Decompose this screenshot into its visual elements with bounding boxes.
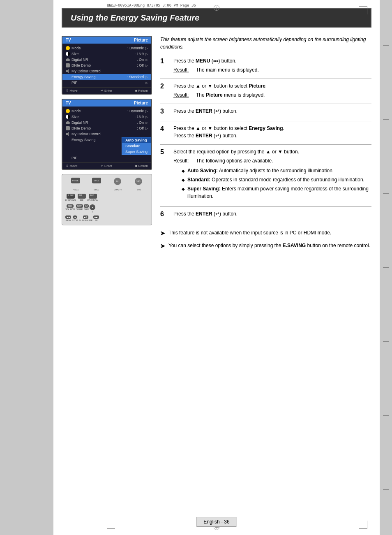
- step-2-result-label: Result:: [173, 91, 196, 99]
- step-3-content: Press the ENTER (↵) button.: [173, 107, 371, 115]
- tv-label-1: TV: [66, 38, 71, 42]
- intro-text: This feature adjusts the screen brightne…: [160, 36, 371, 51]
- remote-dual: I-II: [107, 178, 127, 185]
- right-margin: [380, 0, 392, 535]
- tv-label-2: TV: [66, 101, 71, 105]
- tv-menu-1-row-size: Size : 16:9 ▷: [62, 51, 151, 57]
- tv-menu-2-footer: ⇕ Move ↵ Enter ■ Return: [62, 162, 151, 169]
- remote-source: SRC SOURCE: [65, 204, 75, 213]
- divider-3: [160, 121, 371, 121]
- remote-btn-dual[interactable]: I-II: [114, 178, 121, 185]
- bullet-standard: ◆ Standard: Operates in standard mode re…: [182, 176, 371, 183]
- remote-size: SZ SIZE: [84, 204, 89, 213]
- page-title: Using the Energy Saving Feature: [71, 13, 362, 23]
- diamond-icon-1: ◆: [182, 168, 185, 174]
- step-5-bullets: ◆ Auto Saving: Automatically adjusts to …: [182, 167, 371, 200]
- step-5-result-label: Result:: [173, 157, 196, 164]
- remote-btn-psize[interactable]: P.SIZE: [71, 178, 80, 183]
- tv-menu-1-row-dnr: Digital NR : On ▷: [62, 57, 151, 63]
- left-margin: [0, 0, 53, 535]
- remote-top-row: P.SIZE STILL I-II SRS: [65, 178, 148, 185]
- step-2-instruction: Press the ▲ or ▼ button to select Pictur…: [173, 82, 371, 90]
- step-4-content: Press the ▲ or ▼ button to select Energy…: [173, 125, 371, 139]
- tv-menu-screenshot-1: TV Picture Mode : Dynamic ▷ Size: [62, 36, 152, 95]
- remote-ff: ▶▶ FF: [93, 215, 99, 222]
- step-4-instruction: Press the ▲ or ▼ button to select Energy…: [173, 125, 371, 132]
- step-5-result: Result: The following options are availa…: [173, 157, 371, 164]
- tv-menu-1-row-esaving: Energy Saving : Standard ▷: [62, 74, 151, 80]
- remote-bottom-row2: ◀◀ REW ■ STOP ▶‖ PLAY/PAUSE ▶▶: [65, 215, 148, 222]
- icon-contrast-1: [66, 52, 70, 56]
- remote-esaving: E.SAV E.SAVING: [65, 194, 76, 201]
- divider-5: [160, 206, 371, 207]
- icon-remote-2: [66, 126, 70, 130]
- sidebar-line-1: [383, 45, 389, 46]
- crop-circle-top: [214, 5, 219, 11]
- note-arrow-1: ➤: [160, 229, 165, 238]
- remote-p-up: ▲ P: [90, 204, 95, 213]
- remote-btn-still[interactable]: STILL: [92, 178, 101, 183]
- diamond-icon-2: ◆: [182, 177, 185, 183]
- step-1-number: 1: [160, 57, 168, 66]
- crop-mark-bl: [107, 521, 115, 529]
- tv-menu-2-row-esaving: Energy Saving: [62, 137, 122, 143]
- sidebar-line-3: [383, 193, 389, 194]
- tv-menu-1-body: Mode : Dynamic ▷ Size : 16:9 ▷ Dig: [62, 44, 151, 87]
- step-2-content: Press the ▲ or ▼ button to select Pictur…: [173, 82, 371, 99]
- submenu-standard: Standard: [122, 143, 151, 149]
- step-1-result-text: The main menu is displayed.: [196, 66, 259, 74]
- tv-menu-1-row-pip: PIP ▷: [62, 80, 151, 86]
- icon-sun-1: [66, 46, 70, 50]
- step-6: 6 Press the ENTER (↵) button.: [160, 210, 371, 219]
- step-3: 3 Press the ENTER (↵) button.: [160, 107, 371, 116]
- tv-menu-2-row-size: Size : 16:9 ▷: [62, 114, 151, 120]
- step-6-instruction: Press the ENTER (↵) button.: [173, 210, 371, 218]
- remote-control-panel: P.SIZE STILL I-II SRS P.SIZE: [62, 174, 152, 225]
- step-4-instruction2: Press the ENTER (↵) button.: [173, 132, 371, 139]
- step-1-content: Press the MENU (▪▪▪) button. Result: The…: [173, 57, 371, 74]
- crop-mark-tl: [107, 6, 115, 14]
- divider-6: [160, 224, 371, 224]
- submenu-super-saving: Super Saving: [122, 149, 151, 155]
- step-4-number: 4: [160, 125, 168, 133]
- note-text-1: This feature is not available when the i…: [168, 229, 331, 236]
- step-5-content: Select the required option by pressing t…: [173, 148, 371, 201]
- icon-sound-2: [66, 132, 70, 136]
- note-1: ➤ This feature is not available when the…: [160, 229, 371, 238]
- content-body: TV Picture Mode : Dynamic ▷ Size: [53, 28, 380, 263]
- submenu-popup: Auto Saving Standard Super Saving: [122, 137, 151, 155]
- sidebar-line-2: [383, 119, 389, 120]
- remote-pip: PIP PIP: [78, 194, 86, 201]
- remote-playpause: ▶‖ PLAY/PAUSE: [79, 215, 92, 222]
- step-6-content: Press the ENTER (↵) button.: [173, 210, 371, 218]
- note-2: ➤ You can select these options by simply…: [160, 242, 371, 250]
- step-1: 1 Press the MENU (▪▪▪) button. Result: T…: [160, 57, 371, 74]
- remote-btn-srs[interactable]: SRS: [135, 178, 142, 185]
- divider-4: [160, 144, 371, 145]
- right-sidebar-lines: [380, 0, 392, 535]
- remote-rew: ◀◀ REW: [65, 215, 71, 222]
- crop-center-top: [214, 5, 219, 11]
- icon-eye-2: [66, 121, 70, 124]
- step-5-result-text: The following options are available.: [196, 157, 273, 164]
- step-3-instruction: Press the ENTER (↵) button.: [173, 107, 371, 115]
- remote-bottom-row1: SRC SOURCE SWP SWAP SZ SIZE ▲: [65, 204, 148, 213]
- tv-menu-2-row-pip: PIP: [62, 155, 151, 161]
- remote-srs: SRS: [128, 178, 148, 185]
- note-arrow-2: ➤: [160, 242, 165, 250]
- diamond-icon-3: ◆: [182, 186, 185, 192]
- step-2-number: 2: [160, 82, 168, 91]
- step-4: 4 Press the ▲ or ▼ button to select Ener…: [160, 125, 371, 139]
- tv-menu-1-footer: ⇕ Move ↵ Enter ■ Return: [62, 87, 151, 94]
- step-5: 5 Select the required option by pressing…: [160, 148, 371, 201]
- step-6-number: 6: [160, 210, 168, 219]
- sidebar-line-7: [383, 489, 389, 490]
- icon-eye-1: [66, 58, 70, 61]
- note-text-2: You can select these options by simply p…: [168, 242, 370, 249]
- step-1-result: Result: The main menu is displayed.: [173, 66, 371, 74]
- remote-stop: ■ STOP: [72, 215, 78, 222]
- picture-label-1: Picture: [134, 38, 148, 42]
- instructions-panel: This feature adjusts the screen brightne…: [160, 36, 371, 255]
- tv-menu-1-header: TV Picture: [62, 37, 151, 44]
- tv-menu-1-row-mode: Mode : Dynamic ▷: [62, 45, 151, 51]
